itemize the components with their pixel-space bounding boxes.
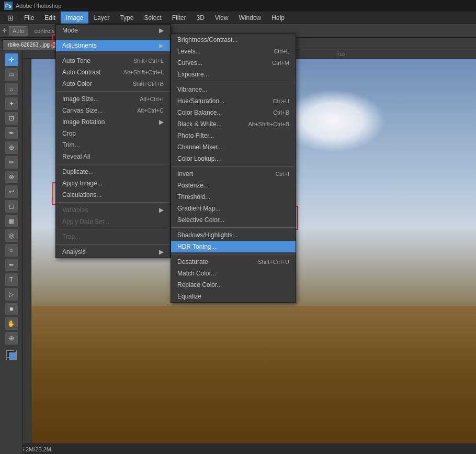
tool-hand[interactable]: ✋ — [5, 317, 18, 330]
tool-healing[interactable]: ⊕ — [5, 141, 18, 154]
submenu-photo-filter[interactable]: Photo Filter... — [171, 130, 296, 141]
menu-item-analysis[interactable]: Analysis ▶ — [56, 246, 170, 258]
menu-window[interactable]: Window — [234, 12, 267, 24]
separator-5 — [56, 202, 170, 203]
tool-clone[interactable]: ⊗ — [5, 171, 18, 183]
menu-item-image-rotation[interactable]: Image Rotation ▶ — [56, 116, 170, 128]
tool-eyedropper[interactable]: ✒ — [5, 127, 18, 139]
submenu-posterize[interactable]: Posterize... — [171, 180, 296, 191]
menu-item-auto-contrast[interactable]: Auto Contrast Alt+Shift+Ctrl+L — [56, 67, 170, 78]
submenu-curves[interactable]: Curves... Ctrl+M — [171, 57, 296, 69]
menu-ps[interactable]: ⊞ — [2, 12, 19, 24]
submenu-shadows-highlights[interactable]: Shadows/Highlights... — [171, 229, 296, 241]
menu-layer[interactable]: Layer — [88, 12, 115, 24]
separator-4 — [56, 164, 170, 164]
submenu-exposure[interactable]: Exposure... — [171, 69, 296, 80]
menu-view[interactable]: View — [210, 12, 234, 24]
submenu-selective-color[interactable]: Selective Color... — [171, 214, 296, 226]
menu-item-trim[interactable]: Trim... — [56, 139, 170, 151]
submenu-hue-saturation[interactable]: Hue/Saturation... Ctrl+U — [171, 95, 296, 107]
title-bar: Ps Adobe Photoshop — [0, 0, 476, 12]
adjustments-submenu: Brightness/Contrast... Levels... Ctrl+L … — [171, 34, 296, 303]
submenu-equalize[interactable]: Equalize — [171, 291, 296, 302]
menu-select[interactable]: Select — [139, 12, 166, 24]
menu-file[interactable]: File — [19, 12, 39, 24]
tool-select-rect[interactable]: ▭ — [5, 68, 18, 81]
arrow-icon: ▶ — [159, 27, 164, 34]
canvas-cloud — [281, 90, 386, 152]
submenu-color-balance[interactable]: Color Balance... Ctrl+B — [171, 107, 296, 118]
menu-item-trap[interactable]: Trap... — [56, 231, 170, 242]
tool-crop[interactable]: ⊡ — [5, 112, 18, 125]
status-bar: Doc: 25.2M/25.2M — [0, 444, 476, 454]
ruler-vertical — [23, 59, 31, 444]
toolbar-controls-label: controls — [35, 28, 55, 34]
submenu-replace-color[interactable]: Replace Color... — [171, 279, 296, 291]
tool-text[interactable]: T — [5, 273, 18, 286]
tool-path-select[interactable]: ▷ — [5, 288, 18, 301]
tool-eraser[interactable]: ◻ — [5, 200, 18, 213]
menu-item-mode[interactable]: Mode ▶ — [56, 25, 170, 36]
submenu-color-lookup[interactable]: Color Lookup... — [171, 153, 296, 164]
menu-item-auto-tone[interactable]: Auto Tone Shift+Ctrl+L — [56, 55, 170, 67]
submenu-levels[interactable]: Levels... Ctrl+L — [171, 46, 296, 57]
tool-zoom[interactable]: ⊕ — [5, 332, 18, 345]
title-bar-text: Adobe Photoshop — [16, 3, 61, 9]
separator-6 — [56, 229, 170, 229]
menu-item-image-size[interactable]: Image Size... Alt+Ctrl+I — [56, 93, 170, 105]
menu-item-variables[interactable]: Variables ▶ — [56, 204, 170, 216]
menu-item-duplicate[interactable]: Duplicate... — [56, 166, 170, 178]
tool-shape[interactable]: ■ — [5, 303, 18, 315]
menu-item-apply-image[interactable]: Apply Image... — [56, 178, 170, 189]
arrow-icon: ▶ — [159, 118, 164, 126]
menu-filter[interactable]: Filter — [167, 12, 191, 24]
tool-blur[interactable]: ◎ — [5, 229, 18, 242]
toolbar-move-icon: ✛ — [2, 27, 7, 34]
submenu-desaturate[interactable]: Desaturate Shift+Ctrl+U — [171, 256, 296, 268]
submenu-vibrance[interactable]: Vibrance... — [171, 84, 296, 95]
submenu-brightness-contrast[interactable]: Brightness/Contrast... — [171, 34, 296, 46]
tool-lasso[interactable]: ⌕ — [5, 83, 18, 95]
tool-move[interactable]: ✛ — [5, 53, 18, 66]
tool-foreground-color[interactable] — [6, 350, 17, 360]
sub-separator-2 — [171, 166, 296, 167]
tool-pen[interactable]: ✒ — [5, 259, 18, 271]
separator-1 — [56, 38, 170, 38]
submenu-channel-mixer[interactable]: Channel Mixer... — [171, 141, 296, 153]
submenu-black-white[interactable]: Black & White... Alt+Shift+Ctrl+B — [171, 118, 296, 130]
arrow-icon: ▶ — [159, 206, 164, 214]
menu-3d[interactable]: 3D — [191, 12, 209, 24]
separator-2 — [56, 53, 170, 53]
submenu-gradient-map[interactable]: Gradient Map... — [171, 203, 296, 214]
menu-help[interactable]: Help — [266, 12, 290, 24]
image-dropdown: Mode ▶ Adjustments ▶ Auto Tone Shift+Ctr… — [55, 24, 171, 258]
menu-item-auto-color[interactable]: Auto Color Shift+Ctrl+B — [56, 78, 170, 90]
menu-item-reveal-all[interactable]: Reveal All — [56, 151, 170, 162]
menu-type[interactable]: Type — [115, 12, 139, 24]
separator-3 — [56, 91, 170, 92]
menu-item-calculations[interactable]: Calculations... — [56, 189, 170, 201]
menu-item-canvas-size[interactable]: Canvas Size... Alt+Ctrl+C — [56, 105, 170, 116]
tool-magic-wand[interactable]: ✦ — [5, 97, 18, 110]
toolbar-auto-label: Auto — [9, 26, 28, 36]
left-sidebar: ✛ ▭ ⌕ ✦ ⊡ ✒ ⊕ ✏ ⊗ ↩ ◻ ▦ ◎ ○ ✒ T ▷ ■ ✋ ⊕ — [0, 50, 23, 454]
tool-brush[interactable]: ✏ — [5, 156, 18, 169]
submenu-invert[interactable]: Invert Ctrl+I — [171, 168, 296, 180]
menu-item-crop[interactable]: Crop — [56, 128, 170, 139]
sub-separator-3 — [171, 227, 296, 228]
tool-dodge[interactable]: ○ — [5, 244, 18, 257]
arrow-icon: ▶ — [159, 42, 164, 49]
menu-item-adjustments[interactable]: Adjustments ▶ — [56, 40, 170, 51]
submenu-threshold[interactable]: Threshold... — [171, 191, 296, 203]
sub-separator-4 — [171, 254, 296, 254]
tool-history-brush[interactable]: ↩ — [5, 185, 18, 198]
menu-edit[interactable]: Edit — [39, 12, 61, 24]
menu-item-apply-data-set[interactable]: Apply Data Set... — [56, 216, 170, 227]
separator-7 — [56, 244, 170, 245]
ps-icon: Ps — [4, 2, 13, 10]
submenu-hdr-toning[interactable]: HDR Toning... — [171, 241, 296, 252]
canvas-dirt — [23, 306, 476, 444]
submenu-match-color[interactable]: Match Color... — [171, 268, 296, 279]
menu-image[interactable]: Image — [61, 12, 88, 24]
tool-gradient[interactable]: ▦ — [5, 215, 18, 227]
